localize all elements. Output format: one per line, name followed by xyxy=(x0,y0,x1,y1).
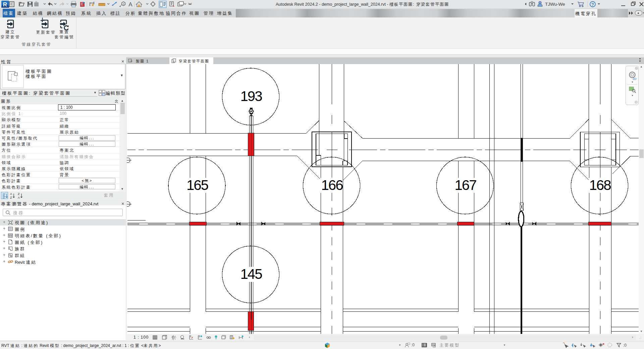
svg-text:?: ? xyxy=(591,2,594,7)
svg-text:2D: 2D xyxy=(633,77,637,81)
svg-text:145: 145 xyxy=(240,266,262,282)
svg-text:165: 165 xyxy=(186,177,208,193)
svg-text:A: A xyxy=(10,192,12,196)
svg-text:Z: Z xyxy=(10,196,12,199)
svg-text:R: R xyxy=(3,1,7,8)
svg-text::0: :0 xyxy=(623,343,627,348)
svg-text:166: 166 xyxy=(321,177,343,193)
svg-text:193: 193 xyxy=(240,88,262,104)
svg-text:168: 168 xyxy=(589,177,611,193)
svg-text:167: 167 xyxy=(455,177,477,193)
svg-text:Z: Z xyxy=(18,192,20,196)
svg-text:TJWu-We: TJWu-We xyxy=(545,2,565,7)
svg-text:1: 1 xyxy=(123,2,124,5)
svg-text:A: A xyxy=(18,196,20,199)
svg-text:A: A xyxy=(128,1,132,8)
